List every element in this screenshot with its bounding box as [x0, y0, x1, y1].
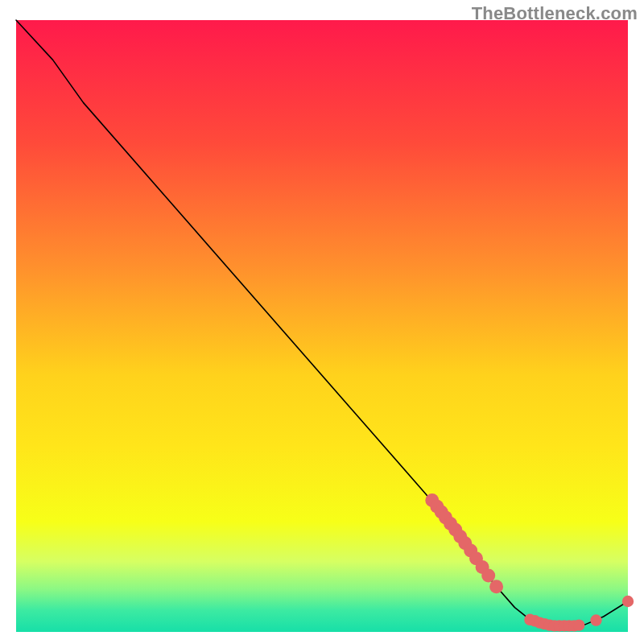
data-point	[573, 619, 584, 630]
chart-background	[16, 20, 628, 632]
data-point	[622, 596, 634, 607]
watermark-label: TheBottleneck.com	[472, 3, 638, 24]
data-point	[489, 580, 503, 593]
data-point	[481, 569, 495, 583]
data-point	[590, 614, 601, 625]
bottleneck-chart	[0, 0, 644, 644]
